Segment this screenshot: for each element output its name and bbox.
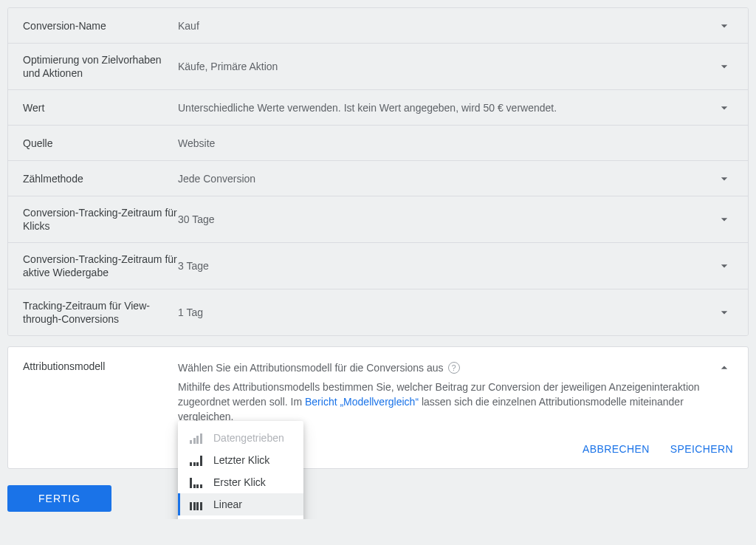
row-label: Tracking-Zeitraum für View-through-Conve…: [23, 299, 178, 326]
settings-row[interactable]: WertUnterschiedliche Werte verwenden. Is…: [8, 90, 748, 126]
expand-toggle[interactable]: [715, 305, 733, 320]
chevron-down-icon: [717, 305, 732, 320]
settings-row: QuelleWebsite: [8, 126, 748, 161]
dropdown-item: Datengetrieben: [178, 427, 303, 449]
settings-row[interactable]: Tracking-Zeitraum für View-through-Conve…: [8, 289, 748, 335]
row-value: Kauf: [178, 20, 715, 32]
attribution-description: Mithilfe des Attributionsmodells bestimm…: [178, 380, 715, 424]
done-button[interactable]: FERTIG: [7, 485, 111, 512]
dropdown-item-label: Datengetrieben: [213, 432, 284, 444]
bar-chart-icon: [190, 454, 205, 466]
settings-row[interactable]: Conversion-Tracking-Zeitraum für Klicks3…: [8, 196, 748, 243]
chevron-up-icon: [717, 360, 732, 375]
settings-row[interactable]: Optimierung von Zielvorhaben und Aktione…: [8, 44, 748, 90]
settings-row[interactable]: ZählmethodeJede Conversion: [8, 161, 748, 196]
attribution-title: Wählen Sie ein Attributionsmodell für di…: [178, 360, 444, 375]
row-label: Conversion-Tracking-Zeitraum für aktive …: [23, 253, 178, 279]
dropdown-item-label: Linear: [213, 498, 242, 510]
dropdown-item[interactable]: Zeitverlauf: [178, 515, 303, 519]
settings-card: Conversion-NameKaufOptimierung von Zielv…: [7, 7, 749, 336]
bar-chart-icon: [190, 498, 205, 510]
cancel-button[interactable]: ABBRECHEN: [583, 443, 650, 455]
row-value: Käufe, Primäre Aktion: [178, 61, 715, 72]
expand-toggle[interactable]: [715, 100, 733, 115]
row-label: Conversion-Tracking-Zeitraum für Klicks: [23, 206, 178, 233]
expand-toggle[interactable]: [715, 18, 733, 33]
chevron-down-icon: [717, 18, 732, 33]
row-value: Jede Conversion: [178, 173, 715, 185]
expand-toggle[interactable]: [715, 258, 733, 273]
settings-row[interactable]: Conversion-NameKauf: [8, 8, 748, 44]
row-value: 3 Tage: [178, 260, 715, 272]
collapse-toggle[interactable]: [715, 360, 733, 424]
save-button[interactable]: SPEICHERN: [670, 443, 733, 455]
row-label: Wert: [23, 101, 178, 114]
dropdown-item[interactable]: Linear: [178, 493, 303, 515]
chevron-down-icon: [717, 59, 732, 74]
model-comparison-link[interactable]: Bericht „Modellvergleich“: [305, 396, 419, 408]
settings-row[interactable]: Conversion-Tracking-Zeitraum für aktive …: [8, 243, 748, 289]
attribution-title-line: Wählen Sie ein Attributionsmodell für di…: [178, 360, 715, 375]
attribution-label: Attributionsmodell: [23, 360, 178, 424]
help-icon[interactable]: ?: [448, 362, 460, 374]
expand-toggle[interactable]: [715, 212, 733, 227]
row-value: 30 Tage: [178, 213, 715, 225]
chevron-down-icon: [717, 212, 732, 227]
dropdown-item[interactable]: Erster Klick: [178, 471, 303, 493]
bar-chart-icon: [190, 432, 205, 444]
row-label: Optimierung von Zielvorhaben und Aktione…: [23, 53, 178, 80]
row-value: Website: [178, 137, 715, 149]
chevron-down-icon: [717, 258, 732, 273]
attribution-panel: Attributionsmodell Wählen Sie ein Attrib…: [7, 346, 749, 469]
chevron-down-icon: [717, 171, 732, 186]
chevron-down-icon: [717, 100, 732, 115]
dropdown-item-label: Erster Klick: [213, 476, 266, 488]
expand-toggle[interactable]: [715, 171, 733, 186]
bar-chart-icon: [190, 476, 205, 488]
row-label: Zählmethode: [23, 172, 178, 185]
dropdown-item[interactable]: Letzter Klick: [178, 449, 303, 471]
row-label: Conversion-Name: [23, 19, 178, 32]
row-value: Unterschiedliche Werte verwenden. Ist ke…: [178, 102, 715, 114]
expand-toggle[interactable]: [715, 59, 733, 74]
row-label: Quelle: [23, 137, 178, 150]
dropdown-item-label: Letzter Klick: [213, 454, 269, 466]
row-value: 1 Tag: [178, 306, 715, 318]
attribution-dropdown: DatengetriebenLetzter KlickErster KlickL…: [178, 421, 303, 519]
